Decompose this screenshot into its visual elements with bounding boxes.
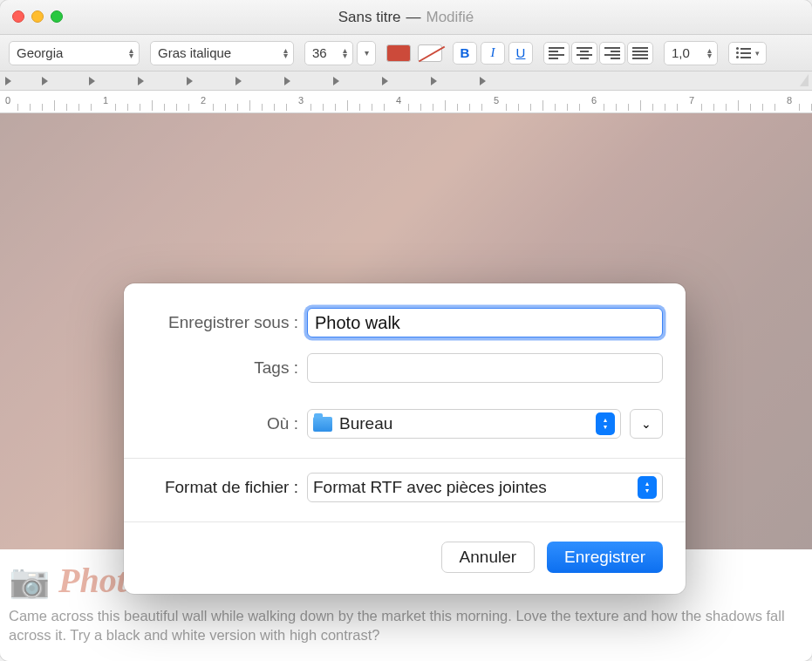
ruler-number: 1 bbox=[103, 95, 108, 106]
close-window-button[interactable] bbox=[12, 10, 24, 23]
where-value: Bureau bbox=[339, 414, 596, 433]
ruler-tick bbox=[127, 104, 128, 111]
underline-button[interactable]: U bbox=[508, 42, 533, 65]
ruler-tick bbox=[237, 104, 238, 111]
ruler-tick bbox=[176, 104, 177, 111]
ruler-tick bbox=[152, 100, 153, 111]
file-format-label: Format de fichier : bbox=[147, 478, 307, 497]
file-format-select[interactable]: Format RTF avec pièces jointes ▴▾ bbox=[307, 473, 663, 502]
select-arrows-icon: ▴▾ bbox=[638, 476, 657, 499]
ruler-tick bbox=[518, 104, 519, 111]
tags-input[interactable] bbox=[307, 353, 663, 383]
ruler-tick bbox=[286, 104, 287, 111]
ruler-tick bbox=[347, 100, 348, 111]
ruler-number: 6 bbox=[591, 95, 597, 106]
ruler-number: 3 bbox=[298, 95, 304, 106]
chevron-updown-icon: ▴▾ bbox=[283, 48, 288, 58]
bold-button[interactable]: B bbox=[453, 42, 477, 65]
folder-icon bbox=[313, 417, 332, 432]
chevron-down-icon: ▾ bbox=[755, 49, 760, 58]
tabstop-marker[interactable] bbox=[5, 77, 11, 85]
ruler-number: 0 bbox=[5, 95, 10, 106]
ruler-tick bbox=[774, 104, 775, 111]
ruler-tick bbox=[579, 104, 580, 111]
font-size-select[interactable]: 36 ▴▾ bbox=[304, 41, 353, 65]
tabstop-marker[interactable] bbox=[382, 77, 388, 85]
ruler-number: 2 bbox=[201, 95, 206, 106]
text-color-swatch[interactable] bbox=[386, 44, 411, 62]
chevron-down-icon: ⌄ bbox=[641, 417, 652, 431]
ruler-tick bbox=[567, 104, 568, 111]
ruler-tick bbox=[213, 104, 214, 111]
tabstop-marker[interactable] bbox=[138, 77, 144, 85]
minimize-window-button[interactable] bbox=[31, 10, 44, 23]
list-style-button[interactable]: ▾ bbox=[728, 42, 767, 65]
ruler-tick bbox=[17, 104, 18, 111]
tabstop-marker[interactable] bbox=[431, 77, 437, 85]
ruler[interactable]: 012345678 bbox=[0, 91, 812, 113]
ruler-tick bbox=[310, 104, 311, 111]
font-size-dropdown[interactable]: ▾ bbox=[357, 41, 376, 65]
ruler-tick bbox=[555, 104, 556, 111]
align-center-button[interactable] bbox=[571, 42, 597, 65]
ruler-tick bbox=[799, 104, 800, 111]
align-left-button[interactable] bbox=[543, 42, 570, 65]
ruler-tick bbox=[91, 104, 92, 111]
ruler-tick bbox=[542, 100, 543, 111]
line-spacing-group: 1,0 ▴▾ bbox=[664, 41, 718, 65]
ruler-tick bbox=[616, 104, 617, 111]
save-sheet: Enregistrer sous : Tags : Où : Bureau ▴▾… bbox=[124, 283, 686, 594]
ruler-tick bbox=[628, 104, 629, 111]
ruler-tick bbox=[530, 104, 531, 111]
where-select[interactable]: Bureau ▴▾ bbox=[307, 409, 621, 439]
ruler-tick bbox=[750, 104, 751, 111]
tab-stop-strip[interactable] bbox=[0, 72, 812, 91]
ruler-tick bbox=[457, 104, 458, 111]
tabstop-marker[interactable] bbox=[89, 77, 95, 85]
tabstop-marker[interactable] bbox=[187, 77, 193, 85]
align-justify-button[interactable] bbox=[627, 42, 653, 65]
ruler-tick bbox=[604, 104, 604, 111]
ruler-tick bbox=[433, 104, 433, 111]
ruler-tick bbox=[726, 104, 727, 111]
highlight-color-swatch[interactable] bbox=[418, 44, 442, 62]
ruler-tick bbox=[249, 100, 250, 111]
ruler-tick bbox=[335, 104, 336, 111]
ruler-tick bbox=[274, 104, 275, 111]
save-button[interactable]: Enregistrer bbox=[547, 542, 663, 573]
cancel-button[interactable]: Annuler bbox=[441, 542, 536, 573]
ruler-tick bbox=[762, 104, 763, 111]
ruler-number: 4 bbox=[396, 95, 401, 106]
ruler-tick bbox=[30, 104, 31, 111]
ruler-tick bbox=[481, 104, 482, 111]
traffic-lights bbox=[12, 10, 63, 23]
ruler-tick bbox=[42, 104, 43, 111]
line-spacing-select[interactable]: 1,0 ▴▾ bbox=[664, 41, 718, 65]
ruler-tick bbox=[665, 104, 665, 111]
expand-sheet-button[interactable]: ⌄ bbox=[630, 409, 663, 439]
italic-button[interactable]: I bbox=[481, 42, 505, 65]
file-format-value: Format RTF avec pièces jointes bbox=[313, 478, 638, 497]
font-style-select[interactable]: Gras italique ▴▾ bbox=[150, 41, 294, 65]
tabstop-marker[interactable] bbox=[333, 77, 339, 85]
format-toolbar: Georgia ▴▾ Gras italique ▴▾ 36 ▴▾ ▾ B I … bbox=[0, 35, 812, 72]
ruler-tick bbox=[408, 104, 409, 111]
zoom-window-button[interactable] bbox=[51, 10, 63, 23]
save-as-input[interactable] bbox=[307, 308, 663, 337]
chevron-updown-icon: ▴▾ bbox=[707, 48, 712, 58]
ruler-tick bbox=[640, 100, 641, 111]
tabstop-marker[interactable] bbox=[480, 77, 486, 85]
ruler-tick bbox=[677, 104, 678, 111]
align-right-button[interactable] bbox=[599, 42, 625, 65]
font-family-value: Georgia bbox=[17, 45, 63, 60]
titlebar: Sans titre — Modifié bbox=[0, 0, 812, 35]
ruler-tick bbox=[115, 104, 116, 111]
tabstop-marker[interactable] bbox=[235, 77, 242, 85]
tabstop-marker[interactable] bbox=[42, 77, 48, 85]
tabstop-marker[interactable] bbox=[284, 77, 290, 85]
ruler-tick bbox=[384, 104, 385, 111]
font-family-select[interactable]: Georgia ▴▾ bbox=[9, 41, 140, 65]
ruler-tick bbox=[469, 104, 470, 111]
ruler-tick bbox=[225, 104, 226, 111]
where-label: Où : bbox=[147, 414, 307, 433]
